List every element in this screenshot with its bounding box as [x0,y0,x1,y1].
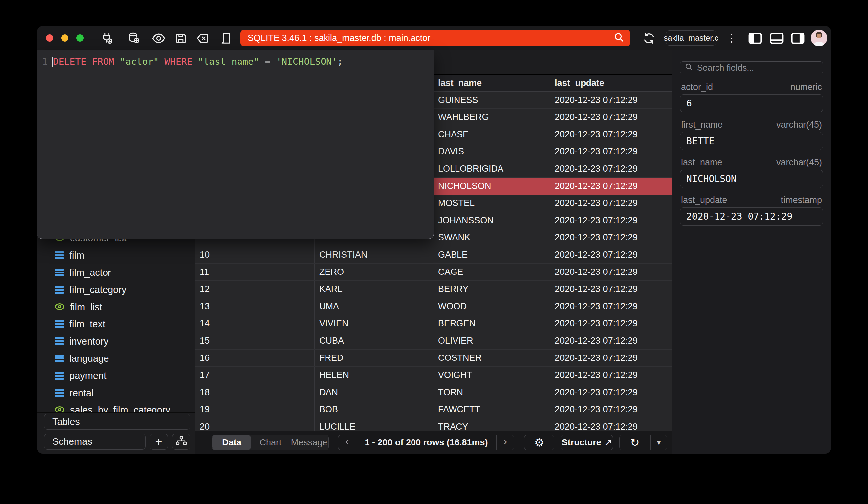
table-row[interactable]: 13UMAWOOD2020-12-23 07:12:29 [195,298,672,315]
column-header-last_name[interactable]: last_name [433,75,550,91]
cell[interactable]: 11 [195,264,314,281]
cell[interactable]: 2020-12-23 07:12:29 [550,367,672,384]
cell[interactable]: 2020-12-23 07:12:29 [550,160,672,177]
cell[interactable]: 14 [195,315,314,332]
fields-search-input[interactable]: Search fields... [680,61,823,74]
cell[interactable]: LUCILLE [314,418,433,431]
panel-bottom-icon[interactable] [769,31,784,46]
cell[interactable]: GUINESS [433,92,550,108]
panel-left-icon[interactable] [747,31,763,46]
cell[interactable]: 2020-12-23 07:12:29 [550,315,672,332]
cell[interactable]: ZERO [314,264,433,281]
traffic-close-button[interactable] [46,34,53,42]
new-connection-plug-icon[interactable] [99,31,114,46]
cell[interactable]: LOLLOBRIGIDA [433,160,550,177]
save-icon[interactable] [173,31,188,46]
table-row[interactable]: 15CUBAOLIVIER2020-12-23 07:12:29 [195,332,672,349]
cell[interactable]: WAHLBERG [433,109,550,126]
cell[interactable]: 2020-12-23 07:12:29 [550,384,672,401]
cell[interactable]: 2020-12-23 07:12:29 [550,178,672,195]
cell[interactable]: TRACY [433,418,550,431]
refresh-options-button[interactable]: ▾ [651,435,667,450]
cell[interactable]: 10 [195,246,314,263]
sidebar-item-rental[interactable]: rental [37,384,195,401]
cell[interactable]: 2020-12-23 07:12:29 [550,281,672,298]
database-file-button[interactable]: sakila_master.c [666,30,716,46]
table-row[interactable]: 14VIVIENBERGEN2020-12-23 07:12:29 [195,315,672,332]
cell[interactable]: FAWCETT [433,401,550,418]
cell[interactable]: 12 [195,281,314,298]
cell[interactable]: HELEN [314,367,433,384]
cell[interactable]: 18 [195,384,314,401]
search-icon[interactable] [613,31,624,45]
schemas-section-button[interactable]: Schemas [44,433,146,450]
table-row[interactable]: 12KARLBERRY2020-12-23 07:12:29 [195,281,672,298]
field-value-last_name[interactable]: NICHOLSON [680,170,823,188]
cell[interactable]: 20 [195,418,314,431]
cell[interactable]: CAGE [433,264,550,281]
cell[interactable]: MOSTEL [433,195,550,212]
cell[interactable]: 2020-12-23 07:12:29 [550,401,672,418]
clear-backspace-icon[interactable] [195,31,210,46]
table-row[interactable]: 10CHRISTIANGABLE2020-12-23 07:12:29 [195,246,672,264]
cell[interactable]: 2020-12-23 07:12:29 [550,212,672,229]
tab-message[interactable]: Message [290,435,329,450]
traffic-zoom-button[interactable] [76,34,84,42]
cell[interactable]: VOIGHT [433,367,550,384]
table-row[interactable]: 18DANTORN2020-12-23 07:12:29 [195,384,672,401]
cell[interactable]: BOB [314,401,433,418]
next-page-button[interactable]: › [496,435,514,450]
sql-document-icon[interactable] [218,31,233,46]
sidebar-item-sales_by_film_category[interactable]: sales_by_film_category [37,401,195,412]
cell[interactable]: CHASE [433,126,550,143]
cell[interactable]: FRED [314,349,433,366]
table-row[interactable]: 17HELENVOIGHT2020-12-23 07:12:29 [195,367,672,384]
table-row[interactable]: 19BOBFAWCETT2020-12-23 07:12:29 [195,401,672,418]
cell[interactable]: 2020-12-23 07:12:29 [550,195,672,212]
cell[interactable]: BERRY [433,281,550,298]
table-row[interactable]: 11ZEROCAGE2020-12-23 07:12:29 [195,264,672,281]
cell[interactable]: 2020-12-23 07:12:29 [550,298,672,315]
cell[interactable]: VIVIEN [314,315,433,332]
sidebar-item-film_category[interactable]: film_category [37,281,195,298]
previous-page-button[interactable]: ‹ [338,435,356,450]
cell[interactable]: 19 [195,401,314,418]
cell[interactable]: 2020-12-23 07:12:29 [550,109,672,126]
kebab-menu-icon[interactable]: ⋮ [724,30,739,46]
cell[interactable]: 2020-12-23 07:12:29 [550,332,672,349]
cell[interactable]: DAVIS [433,143,550,160]
structure-button[interactable]: Structure ↗ [561,434,613,450]
sidebar-item-film_list[interactable]: film_list [37,298,195,315]
sidebar-item-inventory[interactable]: inventory [37,333,195,350]
cell[interactable]: 16 [195,349,314,366]
sql-editor-line[interactable]: 1 DELETE FROM "actor" WHERE "last_name" … [37,55,434,69]
sync-refresh-icon[interactable] [641,31,657,46]
cell[interactable]: NICHOLSON [433,178,550,195]
cell[interactable]: COSTNER [433,349,550,366]
user-avatar[interactable] [811,30,827,46]
cell[interactable]: CUBA [314,332,433,349]
cell[interactable]: 2020-12-23 07:12:29 [550,229,672,246]
sidebar-item-film_text[interactable]: film_text [37,315,195,333]
cell[interactable]: 2020-12-23 07:12:29 [550,143,672,160]
field-value-actor_id[interactable]: 6 [680,94,823,113]
sidebar-item-film_actor[interactable]: film_actor [37,264,195,281]
cell[interactable]: 2020-12-23 07:12:29 [550,246,672,263]
schema-diagram-button[interactable] [172,433,190,450]
tables-section-button[interactable]: Tables [44,414,190,430]
sql-editor-popup[interactable]: 1 DELETE FROM "actor" WHERE "last_name" … [37,50,434,239]
cell[interactable]: GABLE [433,246,550,263]
cell[interactable]: DAN [314,384,433,401]
open-database-icon[interactable] [126,31,141,46]
cell[interactable]: 2020-12-23 07:12:29 [550,92,672,108]
cell[interactable]: JOHANSSON [433,212,550,229]
sidebar-item-film[interactable]: film [37,247,195,264]
settings-button[interactable]: ⚙ [524,434,555,450]
cell[interactable]: 2020-12-23 07:12:29 [550,264,672,281]
cell[interactable]: KARL [314,281,433,298]
cell[interactable]: CHRISTIAN [314,246,433,263]
tab-data[interactable]: Data [213,435,251,450]
table-row[interactable]: 16FREDCOSTNER2020-12-23 07:12:29 [195,349,672,367]
cell[interactable]: BERGEN [433,315,550,332]
refresh-button[interactable]: ↻ [620,435,651,450]
